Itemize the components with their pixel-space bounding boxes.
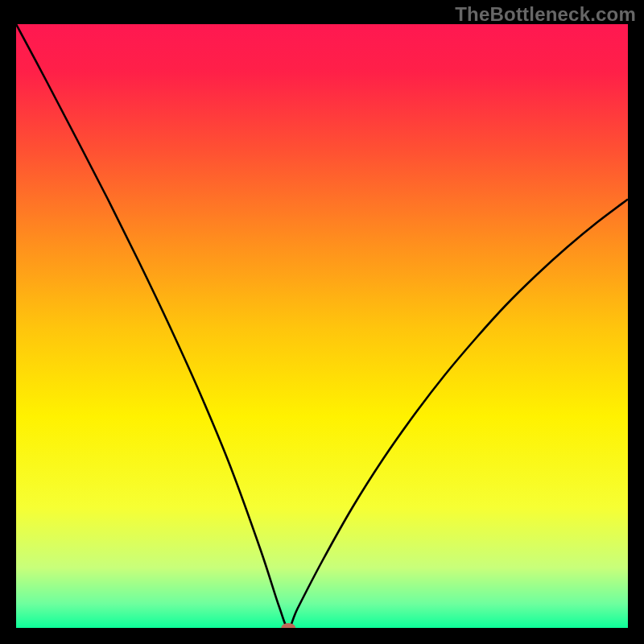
bottleneck-chart — [16, 24, 628, 628]
watermark-text: TheBottleneck.com — [455, 3, 636, 26]
gradient-background — [16, 24, 628, 628]
plot-area — [16, 24, 628, 628]
chart-frame: TheBottleneck.com — [0, 0, 644, 644]
